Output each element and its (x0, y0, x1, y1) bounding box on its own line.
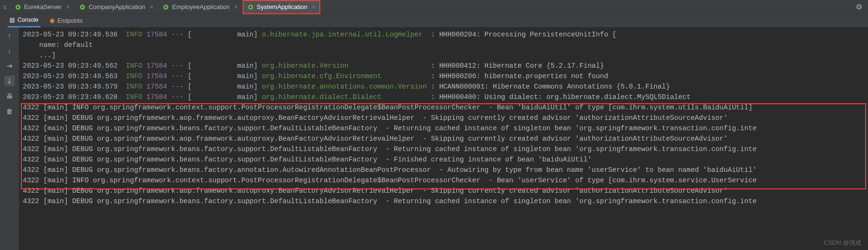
endpoints-icon: ⬣ (50, 18, 54, 24)
log-line: 2023-05-23 09:23:49.562 INFO 17584 --- [… (23, 61, 868, 71)
log-line: 2023-05-23 09:23:49.579 INFO 17584 --- [… (23, 81, 868, 92)
gear-icon[interactable]: ⚙ (856, 2, 862, 11)
log-line: 4322 [main] DEBUG org.springframework.be… (23, 123, 868, 134)
log-line: 4322 [main] DEBUG org.springframework.be… (23, 196, 868, 206)
run-tab-bar: ı: EurekaServer × CompanyApplication × E… (0, 0, 868, 14)
spring-run-icon (15, 4, 21, 10)
log-line: 4322 [main] DEBUG org.springframework.ao… (23, 186, 868, 196)
log-line: 4322 [main] DEBUG org.springframework.ao… (23, 113, 868, 123)
tab-companyapplication[interactable]: CompanyApplication × (74, 0, 158, 14)
run-label: ı: (4, 4, 7, 10)
tab-eurekaserver[interactable]: EurekaServer × (10, 0, 75, 14)
tab-label: CompanyApplication (89, 3, 145, 10)
scroll-to-end-icon[interactable]: ⤓ (4, 76, 15, 86)
log-line: 4322 [main] DEBUG org.springframework.be… (23, 165, 868, 175)
log-line: 4322 [main] DEBUG org.springframework.be… (23, 154, 868, 165)
log-line: 4322 [main] DEBUG org.springframework.be… (23, 144, 868, 154)
log-line: ...] (23, 50, 868, 61)
tab-systemapplication[interactable]: SystemApplication × (243, 0, 320, 14)
close-icon[interactable]: × (150, 4, 153, 10)
close-icon[interactable]: × (66, 4, 70, 10)
log-line: 2023-05-23 09:23:49.628 INFO 17584 --- [… (23, 92, 868, 102)
tab-label: EmployeeApplication (172, 3, 229, 10)
log-line: 2023-05-23 09:23:49.563 INFO 17584 --- [… (23, 71, 868, 81)
soft-wrap-icon[interactable]: ⇥ (4, 61, 15, 71)
log-line: 2023-05-23 09:23:49.536 INFO 17584 --- [… (23, 29, 868, 40)
print-icon[interactable]: 🖶 (4, 91, 15, 101)
trash-icon[interactable]: 🗑 (4, 106, 15, 116)
close-icon[interactable]: × (312, 4, 316, 10)
console-output[interactable]: 2023-05-23 09:23:49.536 INFO 17584 --- [… (19, 27, 868, 250)
tab-label: SystemApplication (257, 3, 307, 10)
log-line: 4322 [main] INFO org.springframework.con… (23, 102, 868, 113)
endpoints-tab[interactable]: ⬣ Endpoints (48, 14, 84, 27)
spring-run-icon (163, 4, 169, 10)
arrow-up-icon[interactable]: ↑ (4, 30, 15, 41)
log-line: 4322 [main] INFO org.springframework.con… (23, 175, 868, 186)
console-tab-label: Console (18, 17, 38, 23)
tool-tab-bar: ▤ Console ⬣ Endpoints (0, 14, 868, 27)
console-gutter: ↑ ↓ ⇥ ⤓ 🖶 🗑 (0, 27, 19, 250)
console-tab[interactable]: ▤ Console (8, 14, 40, 27)
tab-employeeapplication[interactable]: EmployeeApplication × (158, 0, 242, 14)
tab-label: EurekaServer (24, 3, 62, 10)
close-icon[interactable]: × (235, 4, 238, 10)
content-row: ↑ ↓ ⇥ ⤓ 🖶 🗑 2023-05-23 09:23:49.536 INFO… (0, 27, 868, 250)
arrow-down-icon[interactable]: ↓ (4, 45, 15, 56)
log-line: 4322 [main] DEBUG org.springframework.ao… (23, 134, 868, 144)
console-icon: ▤ (9, 17, 15, 23)
log-line: name: default (23, 40, 868, 50)
spring-run-icon (247, 4, 254, 10)
spring-run-icon (79, 4, 86, 10)
endpoints-tab-label: Endpoints (57, 18, 82, 24)
